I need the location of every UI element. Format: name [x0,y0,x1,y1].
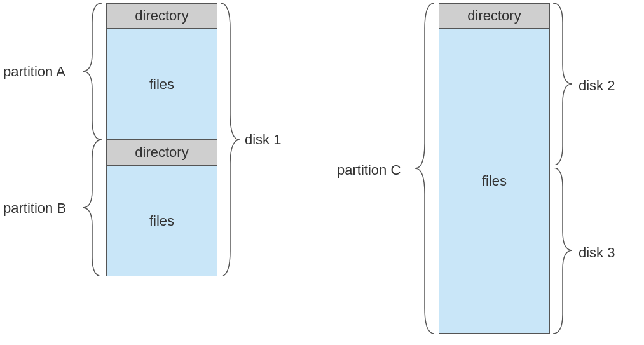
partition-a-files-label: files [149,76,174,93]
brace-left-partition-c [415,3,434,334]
partition-c-dir-label: directory [467,8,521,24]
partition-b-dir-label: directory [135,144,188,161]
partition-b-files-label: files [149,213,174,229]
brace-right-disk-1 [221,3,240,276]
label-partition-a: partition A [3,64,65,80]
partition-c-files-label: files [482,173,507,189]
label-disk-2: disk 2 [579,78,615,94]
label-partition-b: partition B [3,200,66,217]
brace-left-partition-b [83,140,102,276]
diagram-canvas: directory files directory files partitio… [0,0,644,345]
brace-right-disk-2 [553,3,572,165]
label-partition-c: partition C [337,162,401,179]
label-disk-3: disk 3 [579,245,615,261]
partition-c-files: files [439,29,550,334]
brace-right-disk-3 [553,168,572,334]
brace-left-partition-a [83,3,102,140]
partition-c-directory: directory [439,3,550,29]
partition-a-files: files [106,29,217,140]
partition-b-files: files [106,165,217,276]
label-disk-1: disk 1 [245,132,281,148]
partition-a-directory: directory [106,3,217,29]
partition-a-dir-label: directory [135,8,188,24]
partition-b-directory: directory [106,140,217,165]
